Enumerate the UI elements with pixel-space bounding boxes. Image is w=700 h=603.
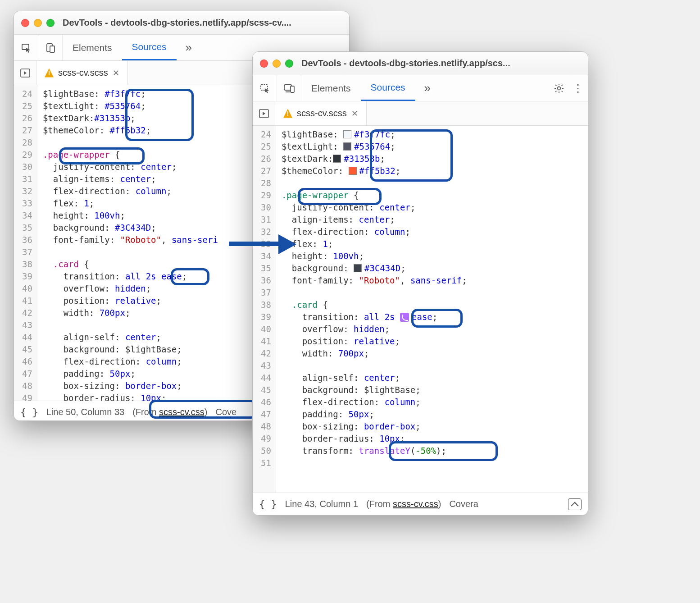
code-line[interactable] bbox=[282, 360, 582, 372]
svg-rect-7 bbox=[291, 86, 294, 92]
traffic-lights bbox=[21, 19, 55, 27]
code-line[interactable]: padding: 50px; bbox=[282, 408, 582, 420]
overflow-icon[interactable]: » bbox=[177, 35, 201, 60]
code-line[interactable]: background: $lightBase; bbox=[282, 384, 582, 396]
coverage-label[interactable]: Covera bbox=[449, 499, 478, 509]
tab-sources[interactable]: Sources bbox=[122, 35, 177, 60]
cursor-position: Line 50, Column 33 bbox=[46, 407, 124, 417]
titlebar[interactable]: DevTools - devtools-dbg-stories.netlify.… bbox=[253, 52, 588, 75]
code-line[interactable]: align-items: center; bbox=[282, 214, 582, 226]
file-tab[interactable]: scss-cv.scss ✕ bbox=[275, 101, 367, 125]
code-line[interactable]: transition: all 2s ease; bbox=[282, 311, 582, 323]
close-tab-icon[interactable]: ✕ bbox=[113, 68, 119, 78]
traffic-lights bbox=[260, 59, 293, 68]
file-name: scss-cv.scss bbox=[58, 68, 108, 78]
kebab-icon[interactable]: ⋮ bbox=[573, 83, 583, 94]
minimize-icon[interactable] bbox=[273, 59, 281, 68]
file-name: scss-cv.scss bbox=[297, 108, 347, 119]
gear-icon[interactable] bbox=[554, 83, 564, 94]
sourcemap-info: (From scss-cv.css) bbox=[132, 407, 207, 417]
color-swatch-icon[interactable] bbox=[343, 130, 351, 138]
color-swatch-icon[interactable] bbox=[354, 264, 362, 272]
comparison-arrow-icon bbox=[229, 234, 296, 252]
code-line[interactable]: width: 700px; bbox=[282, 347, 582, 360]
color-swatch-icon[interactable] bbox=[333, 155, 341, 163]
inspect-icon[interactable] bbox=[253, 75, 277, 101]
code-line[interactable]: border-radius: 10px; bbox=[282, 433, 582, 445]
code-line[interactable]: font-family: "Roboto", sans-serif; bbox=[282, 274, 582, 287]
sourcemap-link[interactable]: scss-cv.css bbox=[159, 407, 205, 417]
code-line[interactable]: align-self: center; bbox=[282, 372, 582, 384]
cursor-position: Line 43, Column 1 bbox=[285, 499, 358, 509]
tab-elements[interactable]: Elements bbox=[63, 35, 122, 60]
warning-icon bbox=[283, 109, 292, 118]
overflow-icon[interactable]: » bbox=[415, 75, 440, 101]
zoom-icon[interactable] bbox=[285, 59, 293, 68]
code-line[interactable]: background: #3C434D; bbox=[282, 262, 582, 274]
navigator-toggle-icon[interactable] bbox=[253, 101, 275, 125]
bezier-editor-icon[interactable] bbox=[400, 313, 409, 322]
code-content[interactable]: $lightBase: #f3f7fc;$textLight: #535764;… bbox=[276, 126, 588, 493]
code-line[interactable]: flex: 1; bbox=[282, 238, 582, 250]
code-line[interactable] bbox=[282, 287, 582, 299]
window-title: DevTools - devtools-dbg-stories.netlify.… bbox=[301, 58, 510, 69]
code-line[interactable]: .card { bbox=[282, 299, 582, 311]
tab-sources[interactable]: Sources bbox=[361, 75, 415, 101]
warning-icon bbox=[45, 69, 54, 78]
code-line[interactable]: justify-content: center; bbox=[282, 201, 582, 214]
close-icon[interactable] bbox=[260, 59, 268, 68]
code-line[interactable]: transform: translateY(-50%); bbox=[282, 445, 582, 457]
format-icon[interactable]: { } bbox=[20, 407, 38, 418]
editor[interactable]: 2425262728293031323334353637383940414243… bbox=[253, 126, 588, 493]
code-line[interactable]: flex-direction: column; bbox=[282, 396, 582, 408]
color-swatch-icon[interactable] bbox=[343, 142, 351, 151]
navigator-toggle-icon[interactable] bbox=[14, 61, 36, 85]
code-line[interactable]: overflow: hidden; bbox=[282, 323, 582, 335]
code-line[interactable]: $textLight: #535764; bbox=[282, 141, 582, 153]
svg-rect-2 bbox=[50, 46, 55, 52]
code-line[interactable]: $themeColor: #ff5b32; bbox=[282, 165, 582, 177]
line-gutter: 2425262728293031323334353637383940414243… bbox=[253, 126, 276, 493]
svg-point-8 bbox=[558, 87, 561, 90]
window-title: DevTools - devtools-dbg-stories.netlify.… bbox=[63, 18, 291, 28]
code-line[interactable]: box-sizing: border-box; bbox=[282, 420, 582, 433]
code-line[interactable]: $lightBase: #f3f7fc; bbox=[282, 128, 582, 141]
file-tab[interactable]: scss-cv.scss ✕ bbox=[36, 61, 128, 85]
code-line[interactable]: $textDark:#31353b; bbox=[282, 153, 582, 165]
devtools-window-after: DevTools - devtools-dbg-stories.netlify.… bbox=[252, 51, 588, 516]
file-tabbar: scss-cv.scss ✕ bbox=[253, 101, 588, 126]
code-line[interactable]: height: 100vh; bbox=[282, 250, 582, 262]
code-line[interactable]: position: relative; bbox=[282, 335, 582, 347]
line-gutter: 2425262728293031323334353637383940414243… bbox=[14, 85, 37, 401]
sourcemap-info: (From scss-cv.css) bbox=[366, 499, 441, 509]
code-line[interactable] bbox=[282, 457, 582, 469]
color-swatch-icon[interactable] bbox=[349, 167, 357, 175]
close-icon[interactable] bbox=[21, 19, 29, 27]
close-tab-icon[interactable]: ✕ bbox=[351, 109, 358, 119]
format-icon[interactable]: { } bbox=[259, 498, 277, 510]
sourcemap-link[interactable]: scss-cv.css bbox=[393, 499, 438, 509]
panel-tabbar: Elements Sources » ⋮ bbox=[253, 75, 588, 101]
code-line[interactable]: flex-direction: column; bbox=[282, 226, 582, 238]
drawer-toggle-icon[interactable] bbox=[568, 498, 582, 510]
tab-elements[interactable]: Elements bbox=[301, 75, 361, 101]
minimize-icon[interactable] bbox=[34, 19, 42, 27]
titlebar[interactable]: DevTools - devtools-dbg-stories.netlify.… bbox=[14, 11, 349, 35]
statusbar: { } Line 43, Column 1 (From scss-cv.css)… bbox=[253, 493, 588, 515]
zoom-icon[interactable] bbox=[46, 19, 55, 27]
device-toggle-icon[interactable] bbox=[277, 75, 301, 101]
code-line[interactable]: .page-wrapper { bbox=[282, 189, 582, 201]
coverage-label[interactable]: Cove bbox=[216, 407, 237, 417]
inspect-icon[interactable] bbox=[14, 35, 38, 60]
code-line[interactable] bbox=[282, 177, 582, 189]
device-toggle-icon[interactable] bbox=[38, 35, 63, 60]
